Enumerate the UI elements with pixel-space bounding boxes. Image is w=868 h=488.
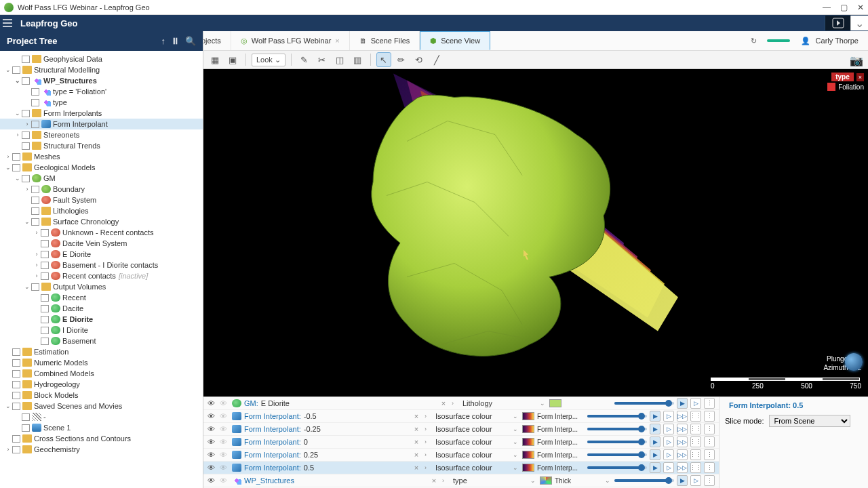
chevron-right-icon[interactable]: ›	[425, 413, 433, 420]
visibility-toggle[interactable]: 👁	[208, 399, 217, 407]
step-button[interactable]: ▷	[663, 411, 674, 422]
tree-item[interactable]: ⌄Saved Scenes and Movies	[0, 401, 203, 411]
color-ramp[interactable]	[522, 412, 534, 420]
options-button[interactable]: ⋮⋮	[690, 462, 701, 473]
chevron-down-icon[interactable]: ⌄	[513, 464, 519, 471]
tree-checkbox[interactable]	[12, 370, 20, 378]
chevron-down-icon[interactable]: ⌄	[14, 77, 22, 84]
color-mode[interactable]: Isosurface colour	[435, 425, 510, 433]
shape-row[interactable]: 👁👁Form Interpolant: 0×›Isosurface colour…	[203, 436, 719, 449]
look-dropdown[interactable]: Look ⌄	[252, 54, 285, 66]
options-button[interactable]: ⋮⋮	[690, 449, 701, 460]
user-avatar-icon[interactable]: 👤	[801, 37, 810, 45]
play-button[interactable]: ▶	[650, 424, 660, 434]
tree-checkbox[interactable]	[12, 348, 20, 356]
legend-close[interactable]: ×	[856, 73, 864, 81]
tree-checkbox[interactable]	[12, 403, 20, 410]
play-button[interactable]: ▶	[650, 462, 660, 473]
step-button[interactable]: ▷	[663, 449, 674, 460]
skip-button[interactable]: ▷▷	[677, 411, 688, 422]
tree-item[interactable]: type	[0, 97, 203, 108]
tree-item[interactable]: Numeric Models	[0, 357, 203, 368]
tree-item[interactable]: ›Meshes	[0, 151, 203, 162]
color-ramp[interactable]	[549, 399, 561, 407]
tree-checkbox[interactable]	[12, 66, 20, 74]
visibility-2-toggle[interactable]: 👁	[220, 399, 229, 407]
menu-button[interactable]: ⋮	[704, 398, 715, 409]
chevron-down-icon[interactable]: ⌄	[4, 403, 12, 409]
menu-button[interactable]: ⋮	[704, 462, 715, 473]
visibility-2-toggle[interactable]: 👁	[220, 438, 229, 446]
tree-checkbox[interactable]	[31, 121, 39, 128]
tree-checkbox[interactable]	[12, 153, 20, 161]
tree-item[interactable]: ›E Diorite	[0, 249, 203, 260]
tool-rotate[interactable]: ⟲	[412, 52, 427, 67]
chevron-down-icon[interactable]: ⌄	[14, 110, 22, 117]
visibility-toggle[interactable]: 👁	[208, 425, 217, 433]
chevron-down-icon[interactable]: ⌄	[513, 439, 519, 445]
shape-name[interactable]: WP_Structures	[244, 476, 294, 485]
shape-row[interactable]: 👁👁WP_Structures ×›type⌄Thick⌄▶▷⋮	[203, 474, 719, 487]
visibility-2-toggle[interactable]: 👁	[220, 412, 229, 420]
legend-text[interactable]: Form Interp...	[537, 464, 585, 472]
tree-checkbox[interactable]	[41, 262, 49, 269]
crumb-close-icon[interactable]: ×	[335, 37, 339, 45]
tree-item[interactable]: ⌄GM	[0, 173, 203, 184]
tree-item[interactable]: ⌄Form Interpolants	[0, 108, 203, 119]
chevron-right-icon[interactable]: ›	[425, 464, 433, 471]
tool-line[interactable]: ╱	[429, 52, 444, 67]
shape-row[interactable]: 👁👁Form Interpolant: -0.25×›Isosurface co…	[203, 423, 719, 436]
tree-item[interactable]: Dacite	[0, 303, 203, 314]
step-button[interactable]: ▷	[663, 424, 674, 434]
opacity-slider[interactable]	[587, 415, 647, 418]
remove-shape-button[interactable]: ×	[411, 451, 422, 459]
shape-row[interactable]: 👁👁Form Interpolant: -0.5×›Isosurface col…	[203, 410, 719, 423]
tree-item[interactable]: ›Geochemistry	[0, 444, 203, 455]
shape-row[interactable]: 👁👁Form Interpolant: 0.25×›Isosurface col…	[203, 449, 719, 462]
tool-plane[interactable]: ✂	[315, 52, 330, 67]
tree-item[interactable]: Fault System	[0, 195, 203, 205]
options-button[interactable]: ⋮⋮	[690, 424, 701, 434]
visibility-toggle[interactable]: 👁	[208, 476, 217, 485]
shape-name[interactable]: Form Interpolant:	[244, 451, 301, 459]
color-mode[interactable]: type	[453, 476, 528, 485]
menu-button[interactable]: ⋮	[704, 424, 715, 434]
chevron-down-icon[interactable]: ⌄	[23, 218, 31, 225]
visibility-toggle[interactable]: 👁	[208, 464, 217, 472]
tree-checkbox[interactable]	[41, 294, 49, 302]
chevron-right-icon[interactable]: ›	[33, 251, 41, 258]
tree-checkbox[interactable]	[41, 229, 49, 237]
minimize-button[interactable]: —	[823, 3, 831, 12]
visibility-2-toggle[interactable]: 👁	[220, 476, 229, 485]
visibility-2-toggle[interactable]: 👁	[220, 425, 229, 433]
visibility-toggle[interactable]: 👁	[208, 451, 217, 459]
menu-button[interactable]: ⋮	[704, 411, 715, 422]
tree-item[interactable]: type = 'Foliation'	[0, 86, 203, 97]
crumb-scene-view[interactable]: ⬢ Scene View	[420, 31, 490, 50]
color-ramp[interactable]	[522, 438, 534, 446]
chevron-right-icon[interactable]: ›	[425, 451, 433, 458]
tree-item[interactable]: ›Basement - I Diorite contacts	[0, 260, 203, 270]
color-mode[interactable]: Isosurface colour	[435, 451, 510, 459]
maximize-button[interactable]: ▢	[840, 3, 848, 12]
legend-text[interactable]: Form Interp...	[537, 439, 585, 446]
shape-row[interactable]: 👁👁GM: E Diorite×›Lithology⌄▶▷⋮	[203, 397, 719, 410]
chevron-right-icon[interactable]: ›	[4, 153, 12, 160]
tree-item[interactable]: Cross Sections and Contours	[0, 433, 203, 444]
color-mode[interactable]: Lithology	[462, 399, 537, 407]
screenshot-button[interactable]: 📷	[849, 53, 864, 68]
tree-item[interactable]: Recent	[0, 292, 203, 303]
tree-checkbox[interactable]	[41, 272, 49, 280]
tree-item[interactable]: Estimation	[0, 346, 203, 357]
tree-checkbox[interactable]	[22, 175, 30, 182]
tree-checkbox[interactable]	[22, 424, 30, 432]
visibility-toggle[interactable]: 👁	[208, 438, 217, 446]
menu-button[interactable]: ⋮	[704, 475, 715, 486]
tree-item[interactable]: Combined Models	[0, 368, 203, 379]
tree-item[interactable]: Structural Trends	[0, 140, 203, 151]
color-mode[interactable]: Isosurface colour	[435, 412, 510, 420]
chevron-down-icon[interactable]: ⌄	[23, 283, 31, 290]
tree-checkbox[interactable]	[31, 207, 39, 215]
tree-checkbox[interactable]	[31, 283, 39, 291]
tree-checkbox[interactable]	[22, 110, 30, 117]
